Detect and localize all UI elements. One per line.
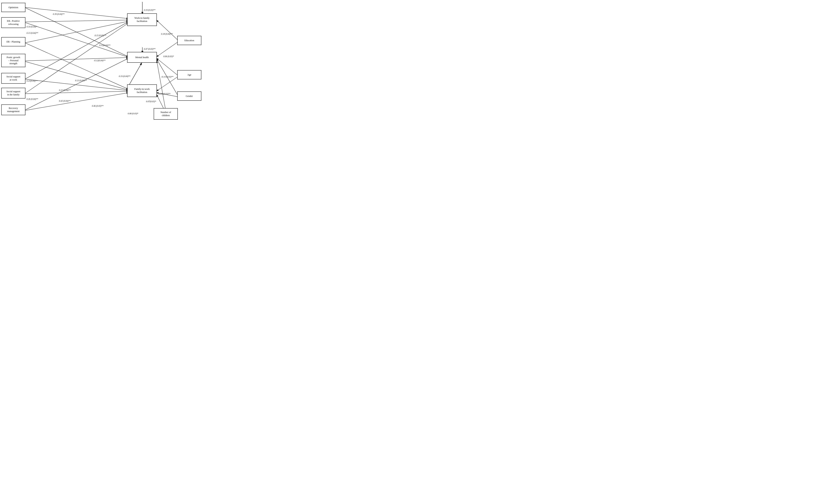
node-social-family: Social supportin the family	[1, 88, 25, 98]
node-er-positive: ER– Positiverefocusing	[1, 17, 25, 28]
node-recovery: Recoverymanagement	[1, 104, 25, 115]
node-num-children: Number ofchildren	[154, 108, 178, 120]
path-label-20: 0.07(0.03)*	[146, 100, 156, 103]
path-label-3: 0.13 (0.04)**	[27, 32, 38, 34]
path-arrows	[0, 0, 204, 126]
path-label-2: 0.10 (0.04)*	[27, 26, 37, 28]
optimism-label: Optimism	[9, 6, 18, 9]
svg-line-11	[25, 23, 128, 93]
node-ftw: Family-to-workfacilitation	[127, 84, 157, 97]
path-label-10: 0.43 (0.04)**	[59, 100, 70, 102]
path-label-12: 0.46 (0.03)**	[92, 105, 103, 107]
path-label-14: 0.47 (0.03)**	[144, 48, 155, 50]
path-label-9: 0.22 (0.04)**	[59, 89, 70, 91]
path-label-5: 0.12(0.04)**	[99, 44, 110, 46]
path-label-17: 0.06 (0.03)*	[163, 55, 174, 58]
node-posttr: Posttr. growth– Personalstrength	[1, 54, 25, 67]
svg-line-3	[25, 23, 128, 57]
svg-line-18	[157, 76, 178, 91]
svg-line-12	[25, 93, 128, 110]
er-planning-label: ER - Planning	[6, 40, 20, 43]
path-label-7: 0.21(0.04)**	[27, 80, 37, 82]
path-label-8: 0.13 (0.03)**	[75, 79, 87, 82]
svg-line-9	[25, 79, 128, 91]
node-education: Education	[177, 36, 201, 45]
posttr-label: Posttr. growth– Personalstrength	[7, 56, 20, 65]
svg-line-2	[25, 20, 128, 22]
social-family-label: Social supportin the family	[6, 90, 20, 96]
node-gender: Gender	[177, 91, 201, 101]
path-label-18: -0.14 (0.03)**	[161, 76, 173, 78]
social-work-label: Social supportat work	[6, 75, 20, 81]
svg-line-14	[128, 63, 142, 87]
mental-label: Mental health	[135, 56, 149, 59]
path-label-1: 0.39 (0.04)**	[53, 13, 64, 15]
svg-line-8	[25, 22, 128, 79]
path-label-6: -0.12(0.04)**	[94, 59, 105, 62]
svg-line-22	[157, 61, 166, 113]
path-label-21: 0.08 (0.03)*	[128, 112, 138, 115]
path-label-13: 0.19 (0.03)**	[144, 9, 155, 11]
path-label-19: -0.09 (0.03)**	[158, 93, 170, 95]
svg-line-16	[157, 42, 178, 57]
gender-label: Gender	[186, 95, 193, 98]
recovery-label: Recoverymanagement	[7, 107, 19, 113]
path-label-11: 0.26 (0.04)**	[27, 98, 38, 100]
diagram-container: Optimism ER– Positiverefocusing ER - Pla…	[0, 0, 204, 126]
svg-line-15	[157, 20, 178, 40]
svg-line-10	[25, 91, 128, 94]
node-er-planning: ER - Planning	[1, 37, 25, 46]
svg-line-17	[157, 58, 178, 76]
svg-line-20	[157, 59, 178, 96]
svg-line-7	[25, 62, 128, 90]
num-children-label: Number ofchildren	[160, 111, 171, 117]
ftw-label: Family-to-workfacilitation	[134, 88, 150, 94]
svg-line-0	[25, 7, 128, 19]
node-mental: Mental health	[127, 52, 157, 63]
svg-line-19	[157, 93, 178, 97]
svg-line-1	[25, 8, 128, 57]
age-label: Age	[187, 73, 191, 76]
node-social-work: Social supportat work	[1, 73, 25, 84]
svg-line-5	[25, 43, 128, 89]
er-positive-label: ER– Positiverefocusing	[7, 19, 20, 26]
path-label-15: 0.19 (0.04)**	[119, 75, 130, 77]
node-wtf: Work-to-familyfacilitation	[127, 13, 157, 26]
node-age: Age	[177, 70, 201, 79]
path-label-16: 0.18 (0.04)**	[161, 33, 173, 35]
node-optimism: Optimism	[1, 3, 25, 12]
svg-line-6	[25, 58, 128, 61]
path-label-4: 0.15 (0.05)**	[95, 34, 106, 37]
education-label: Education	[184, 39, 194, 42]
svg-line-13	[25, 58, 128, 110]
svg-line-4	[25, 21, 128, 43]
wtf-label: Work-to-familyfacilitation	[134, 17, 149, 23]
